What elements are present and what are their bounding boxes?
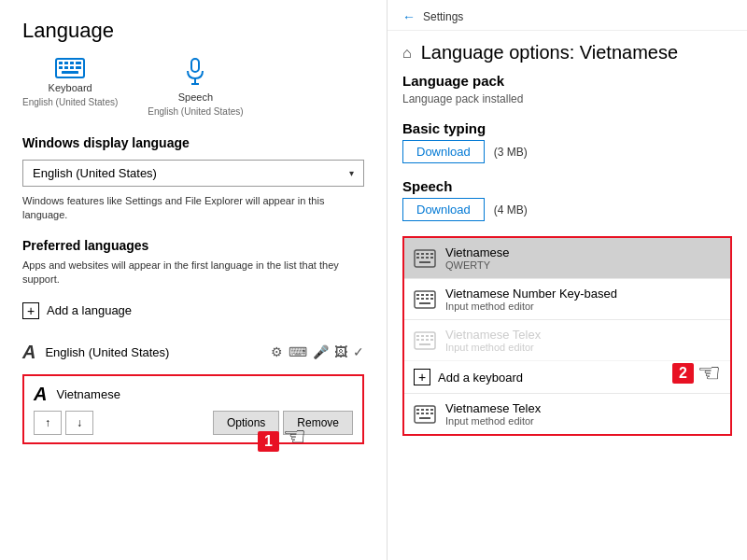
keyboard-item-icon-1 bbox=[414, 290, 436, 309]
left-panel: Language Keyboard English (United States… bbox=[0, 0, 388, 560]
move-down-button[interactable]: ↓ bbox=[65, 411, 93, 435]
right-panel: ← Settings ⌂ Language options: Vietnames… bbox=[388, 0, 747, 560]
arrow-buttons: ↑ ↓ bbox=[34, 411, 93, 435]
svg-rect-49 bbox=[421, 413, 424, 414]
keyboard-list: Vietnamese QWERTY bbox=[402, 236, 732, 436]
svg-rect-19 bbox=[421, 257, 424, 259]
keyboard-label: Keyboard bbox=[49, 82, 92, 93]
svg-rect-37 bbox=[430, 335, 433, 337]
english-action-icons: ⚙ ⌨ 🎤 🖼 ✓ bbox=[271, 344, 364, 359]
keyboard-item-text-1: Vietnamese Number Key-based Input method… bbox=[445, 287, 721, 312]
svg-rect-28 bbox=[416, 298, 419, 300]
svg-rect-31 bbox=[430, 298, 433, 300]
svg-rect-8 bbox=[76, 66, 81, 69]
svg-rect-6 bbox=[64, 66, 68, 69]
svg-rect-35 bbox=[421, 335, 424, 337]
svg-rect-10 bbox=[191, 59, 199, 72]
svg-rect-30 bbox=[426, 298, 429, 300]
svg-rect-1 bbox=[59, 62, 63, 64]
keyboard-item-0[interactable]: Vietnamese QWERTY bbox=[404, 238, 730, 279]
english-lang-icon: A bbox=[22, 342, 35, 363]
keyboard-item-3[interactable]: Vietnamese Telex Input method editor bbox=[404, 394, 730, 434]
svg-rect-14 bbox=[416, 253, 419, 255]
svg-rect-36 bbox=[426, 335, 429, 337]
keyboard-item-1[interactable]: Vietnamese Number Key-based Input method… bbox=[404, 279, 730, 320]
speech-label: Speech bbox=[178, 91, 213, 103]
svg-rect-46 bbox=[426, 409, 429, 411]
svg-rect-50 bbox=[426, 413, 429, 414]
keyboard-icon-item[interactable]: Keyboard English (United States) bbox=[22, 58, 118, 117]
home-icon: ⌂ bbox=[402, 45, 412, 62]
basic-typing-download-button[interactable]: Download bbox=[402, 140, 485, 163]
english-label: English (United States) bbox=[45, 345, 169, 359]
keyboard-sub-1: Input method editor bbox=[445, 301, 721, 312]
annotation-1: 1 ☞ bbox=[258, 421, 306, 452]
svg-rect-38 bbox=[416, 339, 419, 341]
svg-rect-17 bbox=[430, 253, 433, 255]
svg-rect-51 bbox=[430, 413, 433, 414]
language-pack-section: Language pack Language pack installed bbox=[402, 73, 732, 105]
svg-rect-16 bbox=[426, 253, 429, 255]
move-up-button[interactable]: ↑ bbox=[34, 411, 62, 435]
annotation-2: 2 ☞ bbox=[672, 357, 721, 388]
hand-icon-2: ☞ bbox=[698, 357, 721, 388]
chevron-down-icon: ▾ bbox=[349, 168, 354, 178]
svg-rect-39 bbox=[421, 339, 424, 341]
speech-download-button[interactable]: Download bbox=[402, 198, 485, 221]
language-pack-title: Language pack bbox=[402, 73, 732, 89]
svg-rect-29 bbox=[421, 298, 424, 300]
svg-rect-34 bbox=[416, 335, 419, 337]
speech-section: Speech Download (4 MB) bbox=[402, 178, 732, 221]
back-arrow[interactable]: ← bbox=[402, 9, 416, 24]
add-keyboard-label: Add a keyboard bbox=[438, 371, 523, 385]
svg-rect-40 bbox=[426, 339, 429, 341]
svg-rect-9 bbox=[62, 71, 78, 74]
keyboard-item-icon-2 bbox=[414, 331, 436, 350]
language-pack-status: Language pack installed bbox=[402, 92, 732, 105]
keyboard-icon bbox=[55, 58, 85, 78]
keyboard-item-icon-3 bbox=[414, 405, 436, 424]
language-dropdown[interactable]: English (United States) ▾ bbox=[22, 160, 364, 187]
speech-title: Speech bbox=[402, 178, 732, 194]
svg-rect-22 bbox=[419, 261, 430, 263]
icon-row: Keyboard English (United States) Speech … bbox=[22, 58, 364, 117]
dropdown-value: English (United States) bbox=[33, 166, 157, 180]
svg-rect-47 bbox=[430, 409, 433, 411]
svg-rect-18 bbox=[416, 257, 419, 259]
svg-rect-5 bbox=[59, 66, 63, 69]
svg-rect-42 bbox=[419, 343, 430, 345]
speech-icon-item[interactable]: Speech English (United States) bbox=[148, 58, 243, 117]
basic-typing-download-row: Download (3 MB) bbox=[402, 140, 732, 163]
keyboard-item-text-0: Vietnamese QWERTY bbox=[445, 245, 721, 271]
plus-icon: + bbox=[22, 302, 39, 319]
english-language-item: A English (United States) ⚙ ⌨ 🎤 🖼 ✓ bbox=[22, 334, 364, 371]
preferred-desc: Apps and websites will appear in the fir… bbox=[22, 259, 364, 287]
add-language-button[interactable]: + Add a language bbox=[22, 299, 364, 323]
speech-download-row: Download (4 MB) bbox=[402, 198, 732, 221]
add-keyboard-row[interactable]: + Add a keyboard 2 ☞ bbox=[404, 361, 730, 394]
keyboard-name-2: Vietnamese Telex bbox=[445, 328, 721, 342]
preferred-title: Preferred languages bbox=[22, 238, 364, 253]
hint-text: Windows features like Settings and File … bbox=[22, 194, 364, 223]
keyboard-item-text-2: Vietnamese Telex Input method editor bbox=[445, 328, 721, 353]
settings-breadcrumb: Settings bbox=[423, 10, 463, 23]
keyboard-name-1: Vietnamese Number Key-based bbox=[445, 287, 721, 301]
svg-rect-4 bbox=[76, 62, 81, 64]
vietnamese-language-item: A Vietnamese ↑ ↓ Options Remove 1 ☞ bbox=[22, 374, 364, 444]
number-badge-1: 1 bbox=[258, 431, 279, 452]
basic-typing-size: (3 MB) bbox=[494, 146, 528, 159]
check-icon: ✓ bbox=[353, 344, 364, 359]
left-title: Language bbox=[22, 19, 364, 43]
svg-rect-32 bbox=[419, 302, 430, 304]
svg-rect-2 bbox=[64, 62, 68, 64]
hand-icon-1: ☞ bbox=[283, 421, 306, 452]
keyboard-item-2[interactable]: Vietnamese Telex Input method editor bbox=[404, 320, 730, 361]
svg-rect-21 bbox=[430, 257, 433, 259]
viet-top: A Vietnamese bbox=[34, 384, 353, 405]
svg-rect-20 bbox=[426, 257, 429, 259]
keyboard-sub-2: Input method editor bbox=[445, 342, 721, 353]
svg-rect-27 bbox=[430, 294, 433, 296]
svg-rect-15 bbox=[421, 253, 424, 255]
display-icon: 🖼 bbox=[334, 344, 347, 359]
keyboard-item-text-3: Vietnamese Telex Input method editor bbox=[445, 401, 721, 427]
